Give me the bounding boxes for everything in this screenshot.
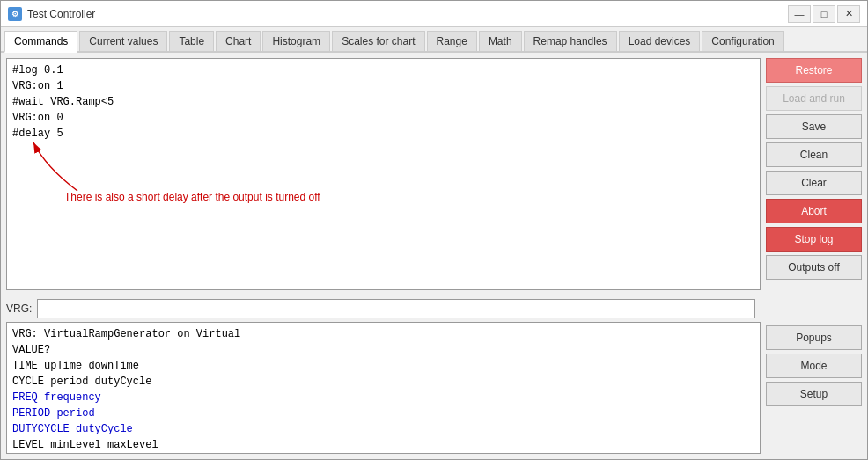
code-line-2: VRG:on 1 [12,78,754,94]
tab-remap-handles[interactable]: Remap handles [524,31,617,51]
clear-button[interactable]: Clear [766,171,862,195]
input-label: VRG: [6,303,32,315]
bottom-area: VRG: VirtualRampGenerator on VirtualVALU… [1,322,867,459]
log-wrapper: VRG: VirtualRampGenerator on VirtualVALU… [1,322,766,459]
maximize-button[interactable]: □ [813,5,835,23]
restore-button[interactable]: Restore [766,58,862,83]
minimize-button[interactable]: — [788,5,811,23]
code-line-5: #delay 5 [12,126,754,142]
tab-chart[interactable]: Chart [216,31,261,51]
stop-log-button[interactable]: Stop log [766,227,862,252]
log-line: LEVEL minLevel maxLevel [12,437,754,453]
main-window: ⚙ Test Controller — □ ✕ CommandsCurrent … [0,0,868,460]
mode-button[interactable]: Mode [766,354,862,378]
title-bar: ⚙ Test Controller — □ ✕ [1,1,867,27]
popups-button[interactable]: Popups [766,325,862,350]
save-button[interactable]: Save [766,114,862,139]
code-line-1: #log 0.1 [12,62,754,78]
code-line-3: #wait VRG.Ramp<5 [12,94,754,110]
log-line: VRG: VirtualRampGenerator on Virtual [12,326,754,342]
tab-bar: CommandsCurrent valuesTableChartHistogra… [1,27,867,53]
log-line: FREQ frequency [12,390,754,405]
title-bar-left: ⚙ Test Controller [8,7,95,21]
code-editor[interactable]: #log 0.1 VRG:on 1 #wait VRG.Ramp<5 VRG:o… [6,58,761,290]
tab-math[interactable]: Math [479,31,522,51]
content-row: #log 0.1 VRG:on 1 #wait VRG.Ramp<5 VRG:o… [1,53,867,296]
log-area[interactable]: VRG: VirtualRampGenerator on VirtualVALU… [6,322,761,454]
input-row: VRG: [1,296,867,322]
editor-area: #log 0.1 VRG:on 1 #wait VRG.Ramp<5 VRG:o… [1,53,766,296]
outputs-off-button[interactable]: Outputs off [766,255,862,280]
clean-button[interactable]: Clean [766,142,862,167]
setup-button[interactable]: Setup [766,382,862,406]
tab-range[interactable]: Range [427,31,477,51]
vrg-input[interactable] [37,299,755,318]
log-line: VALUE? [12,342,754,358]
app-icon: ⚙ [8,7,22,21]
log-line: TIME upTime downTime [12,358,754,374]
abort-button[interactable]: Abort [766,199,862,223]
bottom-right-panel: Popups Mode Setup [766,322,867,459]
close-button[interactable]: ✕ [837,5,860,23]
tab-scales-for-chart[interactable]: Scales for chart [332,31,424,51]
right-panel: Restore Load and run Save Clean Clear Ab… [766,53,867,296]
main-content: #log 0.1 VRG:on 1 #wait VRG.Ramp<5 VRG:o… [1,53,867,459]
tab-load-devices[interactable]: Load devices [619,31,701,51]
tab-current-values[interactable]: Current values [79,31,167,51]
load-and-run-button[interactable]: Load and run [766,86,862,111]
tab-configuration[interactable]: Configuration [702,31,783,51]
tab-histogram[interactable]: Histogram [262,31,330,51]
tab-table[interactable]: Table [169,31,214,51]
log-line: PERIOD period [12,405,754,421]
window-controls: — □ ✕ [788,5,860,23]
window-title: Test Controller [27,8,95,20]
log-line: CYCLE period dutyCycle [12,374,754,390]
code-line-4: VRG:on 0 [12,110,754,126]
tab-commands[interactable]: Commands [4,31,77,53]
annotation-text: There is also a short delay after the ou… [64,189,320,205]
log-line: DUTYCYCLE dutyCycle [12,421,754,437]
